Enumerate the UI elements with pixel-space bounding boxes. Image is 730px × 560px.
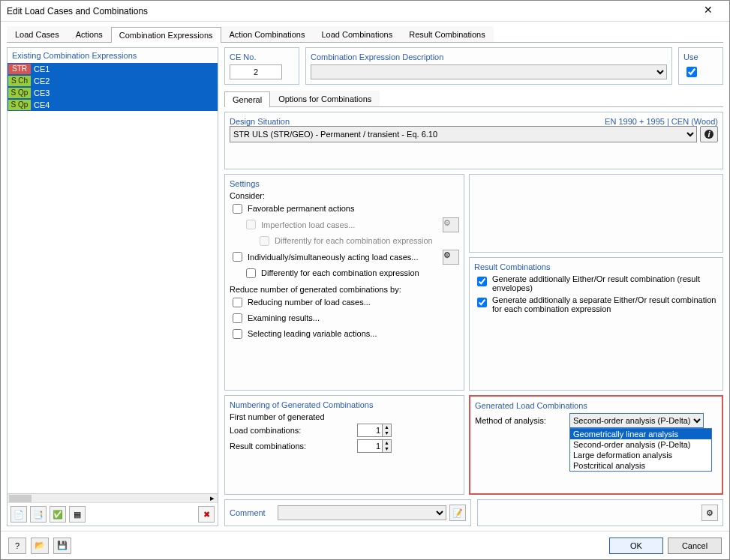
diff2-label: Differently for each combination express… (261, 268, 419, 277)
spin-up-icon[interactable]: ▲ (382, 440, 391, 446)
ce-no-input[interactable] (230, 64, 282, 79)
comment-edit-icon[interactable]: 📝 (449, 505, 466, 521)
spin-down-icon[interactable]: ▼ (382, 446, 391, 452)
help-icon[interactable]: ? (8, 538, 26, 554)
examining-checkbox[interactable] (233, 313, 242, 323)
genload-title: Generated Load Combinations (475, 401, 717, 410)
method-option[interactable]: Geometrically linear analysis (570, 429, 711, 439)
method-select[interactable]: Second-order analysis (P-Delta) (569, 413, 704, 428)
design-situation-group: Design Situation EN 1990 + 1995 | CEN (W… (224, 112, 723, 169)
favorable-checkbox[interactable] (233, 204, 242, 214)
new-icon[interactable]: 📄 (11, 506, 27, 523)
settings-title: Settings (230, 179, 459, 188)
window-title: Edit Load Cases and Combinations (7, 6, 693, 16)
list-item[interactable]: S Qp CE4 (8, 99, 218, 111)
individually-label: Individually/simultaneously acting load … (248, 253, 418, 262)
delete-icon[interactable]: ✖ (198, 506, 215, 523)
sub-tabs: General Options for Combinations (224, 91, 723, 107)
ce-no-label: CE No. (230, 52, 294, 61)
examining-label: Examining results... (248, 313, 320, 322)
list-scrollbar[interactable]: ▸ (8, 493, 218, 502)
numbering-group: Numbering of Generated Combinations Firs… (224, 395, 464, 496)
method-option[interactable]: Postcritical analysis (570, 460, 711, 471)
info-icon[interactable]: i (700, 126, 718, 142)
close-icon[interactable]: ✕ (693, 4, 723, 19)
list-item-label: CE1 (31, 64, 218, 73)
spin-down-icon[interactable]: ▼ (382, 430, 391, 436)
first-number-label: First number of generated (230, 412, 459, 421)
settings-group: Settings Consider: Favorable permanent a… (224, 174, 464, 391)
use-checkbox[interactable] (686, 67, 697, 77)
subtab-options[interactable]: Options for Combinations (270, 91, 380, 106)
load-comb-spinner[interactable]: ▲▼ (357, 424, 392, 437)
ce-desc-select[interactable] (311, 64, 667, 79)
generated-load-combinations-group: Generated Load Combinations Method of an… (469, 395, 723, 496)
method-option[interactable]: Large deformation analysis (570, 450, 711, 460)
result-comb-spinner[interactable]: ▲▼ (357, 439, 392, 453)
comment-label: Comment (230, 508, 275, 517)
ce-desc-group: Combination Expression Description (305, 47, 672, 85)
load-comb-input[interactable] (358, 424, 382, 436)
tab-load-cases[interactable]: Load Cases (7, 26, 68, 42)
numbering-title: Numbering of Generated Combinations (230, 400, 459, 409)
tab-actions[interactable]: Actions (68, 26, 111, 42)
method-option[interactable]: Second-order analysis (P-Delta) (570, 439, 711, 450)
gen-separate-label: Generate additionally a separate Either/… (492, 295, 718, 313)
method-label: Method of analysis: (475, 416, 565, 425)
tag-badge: STR (8, 64, 31, 74)
diff1-checkbox (260, 236, 269, 246)
comment-group: Comment 📝 (224, 499, 471, 526)
check-icon[interactable]: ✅ (50, 506, 66, 523)
footer: ? 📂 💾 OK Cancel (1, 531, 729, 559)
design-situation-select[interactable]: STR ULS (STR/GEO) - Permanent / transien… (230, 126, 697, 142)
ce-desc-label: Combination Expression Description (311, 52, 667, 61)
method-dropdown-list[interactable]: Geometrically linear analysis Second-ord… (569, 428, 712, 472)
list-item[interactable]: STR CE1 (8, 63, 218, 75)
reducing-checkbox[interactable] (233, 298, 242, 307)
grid-icon[interactable]: ▦ (69, 506, 86, 523)
consider-label: Consider: (230, 191, 459, 200)
tab-action-combinations[interactable]: Action Combinations (221, 26, 314, 42)
list-toolbar: 📄 📑 ✅ ▦ ✖ (8, 502, 218, 526)
subtab-general[interactable]: General (224, 91, 270, 107)
tab-combination-expressions[interactable]: Combination Expressions (111, 27, 221, 43)
copy-icon[interactable]: 📑 (30, 506, 47, 523)
design-situation-label: Design Situation (230, 117, 290, 126)
use-group: Use (678, 47, 723, 85)
tab-load-combinations[interactable]: Load Combinations (313, 26, 401, 42)
existing-expressions-title: Existing Combination Expressions (8, 48, 218, 63)
reducing-label: Reducing number of load cases... (248, 298, 371, 307)
cancel-button[interactable]: Cancel (668, 538, 722, 554)
folder-icon[interactable]: 📂 (31, 538, 49, 554)
gen-separate-checkbox[interactable] (477, 298, 487, 307)
side-action-icon[interactable]: ⚙ (701, 505, 718, 521)
gen-either-or-label: Generate additionally Either/Or result c… (492, 274, 718, 292)
titlebar: Edit Load Cases and Combinations ✕ (1, 1, 729, 22)
expressions-listbox[interactable]: STR CE1 S Ch CE2 S Qp CE3 S Qp CE4 (8, 63, 218, 493)
selecting-checkbox[interactable] (233, 329, 242, 339)
result-comb-input[interactable] (358, 440, 382, 452)
result-combinations-title: Result Combinations (474, 262, 718, 271)
spin-up-icon[interactable]: ▲ (382, 424, 391, 430)
list-item-label: CE3 (31, 88, 218, 97)
individually-settings-icon[interactable]: ⚙ (443, 250, 459, 265)
empty-panel (469, 174, 723, 253)
comment-select[interactable] (278, 505, 446, 520)
individually-checkbox[interactable] (233, 252, 242, 262)
list-item[interactable]: S Ch CE2 (8, 75, 218, 87)
result-comb-label: Result combinations: (230, 442, 357, 451)
imperfection-settings-icon[interactable]: ⚙ (443, 217, 459, 232)
tag-badge: S Ch (8, 76, 31, 86)
selecting-label: Selecting leading variable actions... (248, 329, 377, 338)
existing-expressions-panel: Existing Combination Expressions STR CE1… (7, 47, 218, 526)
design-standard: EN 1990 + 1995 | CEN (Wood) (605, 117, 718, 126)
side-action-group: ⚙ (477, 499, 724, 526)
gen-either-or-checkbox[interactable] (477, 277, 487, 286)
use-label: Use (683, 52, 718, 61)
ok-button[interactable]: OK (609, 538, 663, 554)
save-icon[interactable]: 💾 (53, 538, 71, 554)
dialog-window: Edit Load Cases and Combinations ✕ Load … (0, 0, 730, 560)
list-item[interactable]: S Qp CE3 (8, 87, 218, 99)
diff2-checkbox[interactable] (246, 268, 256, 278)
tab-result-combinations[interactable]: Result Combinations (401, 26, 494, 42)
